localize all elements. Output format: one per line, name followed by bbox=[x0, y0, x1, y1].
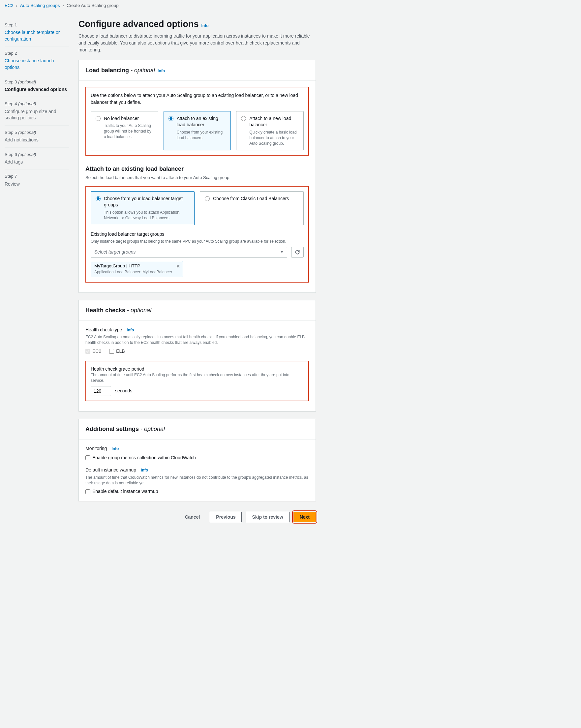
step-title[interactable]: Choose launch template or configuration bbox=[5, 29, 69, 42]
chevron-right-icon: › bbox=[63, 3, 64, 9]
step-label: Step 6 (optional) bbox=[5, 152, 69, 158]
tile-title: Choose from Classic Load Balancers bbox=[213, 196, 299, 202]
checkbox-metrics-input[interactable] bbox=[85, 455, 90, 460]
health-checks-panel: Health checks - optional Health check ty… bbox=[78, 300, 316, 412]
attach-title: Attach to an existing load balancer bbox=[85, 165, 309, 173]
attach-desc: Select the load balancers that you want … bbox=[85, 175, 309, 181]
token-sub: Application Load Balancer: MyLoadBalance… bbox=[94, 269, 172, 275]
checkbox-ec2-input bbox=[85, 349, 90, 354]
monitoring-label: Monitoring bbox=[85, 445, 107, 452]
lb-description: Use the options below to attach your Aut… bbox=[91, 92, 304, 106]
step-5: Step 5 (optional) Add notifications bbox=[5, 126, 69, 148]
token-title: MyTargetGroup | HTTP bbox=[94, 263, 172, 269]
close-icon: ✕ bbox=[176, 264, 180, 269]
tile-title: No load balancer bbox=[104, 115, 153, 122]
caret-down-icon: ▼ bbox=[280, 250, 284, 255]
tile-desc: Quickly create a basic load balancer to … bbox=[249, 130, 299, 146]
checkbox-elb[interactable]: ELB bbox=[109, 348, 125, 355]
radio-new-lb[interactable] bbox=[241, 116, 246, 121]
panel-title-text: Load balancing - optional bbox=[85, 66, 155, 75]
breadcrumb-asg[interactable]: Auto Scaling groups bbox=[20, 3, 60, 9]
previous-button[interactable]: Previous bbox=[210, 512, 242, 522]
breadcrumb: EC2 › Auto Scaling groups › Create Auto … bbox=[0, 0, 320, 11]
chevron-right-icon: › bbox=[16, 3, 18, 9]
step-label: Step 1 bbox=[5, 22, 69, 28]
token-remove-button[interactable]: ✕ bbox=[176, 264, 180, 269]
tile-classic-lb[interactable]: Choose from Classic Load Balancers bbox=[200, 191, 304, 225]
radio-no-lb[interactable] bbox=[96, 116, 101, 121]
tg-hint: Only instance target groups that belong … bbox=[91, 239, 304, 244]
tile-desc: Choose from your existing load balancers… bbox=[177, 130, 226, 141]
step-3: Step 3 (optional) Configure advanced opt… bbox=[5, 75, 69, 97]
checkbox-elb-input[interactable] bbox=[109, 349, 114, 354]
grace-period-hint: The amount of time until EC2 Auto Scalin… bbox=[91, 372, 304, 384]
skip-to-review-button[interactable]: Skip to review bbox=[246, 512, 289, 522]
tile-title: Attach to a new load balancer bbox=[249, 115, 299, 128]
info-link[interactable]: Info bbox=[202, 23, 209, 29]
step-title[interactable]: Choose instance launch options bbox=[5, 58, 69, 71]
tile-title: Attach to an existing load balancer bbox=[177, 115, 226, 128]
checkbox-warmup[interactable]: Enable default instance warmup bbox=[85, 488, 309, 495]
radio-existing-lb[interactable] bbox=[168, 116, 174, 121]
step-1[interactable]: Step 1 Choose launch template or configu… bbox=[5, 18, 69, 47]
breadcrumb-ec2[interactable]: EC2 bbox=[5, 3, 13, 9]
additional-settings-panel: Additional settings - optional Monitorin… bbox=[78, 419, 316, 501]
warmup-label: Default instance warmup bbox=[85, 467, 136, 473]
load-balancing-panel: Load balancing - optional Info Use the o… bbox=[78, 60, 316, 293]
panel-title: Health checks - optional bbox=[85, 306, 309, 315]
step-title: Configure group size and scaling policie… bbox=[5, 108, 69, 121]
info-link[interactable]: Info bbox=[141, 468, 148, 473]
checkbox-ec2: EC2 bbox=[85, 348, 101, 355]
seconds-label: seconds bbox=[115, 388, 132, 394]
step-4: Step 4 (optional) Configure group size a… bbox=[5, 97, 69, 125]
step-title: Add tags bbox=[5, 159, 69, 165]
page-title: Configure advanced options Info bbox=[78, 18, 316, 31]
checkbox-warmup-input[interactable] bbox=[85, 489, 90, 494]
step-2[interactable]: Step 2 Choose instance launch options bbox=[5, 47, 69, 75]
tile-existing-lb[interactable]: Attach to an existing load balancer Choo… bbox=[163, 111, 231, 151]
health-check-type-hint: EC2 Auto Scaling automatically replaces … bbox=[85, 334, 309, 345]
target-group-select[interactable]: Select target groups ▼ bbox=[91, 247, 287, 258]
tile-new-lb[interactable]: Attach to a new load balancer Quickly cr… bbox=[236, 111, 304, 151]
tg-label: Existing load balancer target groups bbox=[91, 231, 304, 238]
step-label: Step 7 bbox=[5, 174, 69, 179]
refresh-button[interactable] bbox=[291, 247, 304, 258]
checkbox-metrics[interactable]: Enable group metrics collection within C… bbox=[85, 455, 309, 461]
tile-target-groups[interactable]: Choose from your load balancer target gr… bbox=[91, 191, 194, 225]
select-placeholder: Select target groups bbox=[94, 249, 135, 256]
step-6: Step 6 (optional) Add tags bbox=[5, 148, 69, 170]
step-title: Review bbox=[5, 181, 69, 188]
tile-desc: This option allows you to attach Applica… bbox=[104, 210, 190, 221]
info-link[interactable]: Info bbox=[158, 68, 165, 74]
wizard-footer: Cancel Previous Skip to review Next bbox=[78, 509, 316, 529]
tile-desc: Traffic to your Auto Scaling group will … bbox=[104, 123, 153, 139]
target-group-token: MyTargetGroup | HTTP Application Load Ba… bbox=[91, 261, 183, 277]
step-label: Step 5 (optional) bbox=[5, 130, 69, 135]
tile-title: Choose from your load balancer target gr… bbox=[104, 196, 190, 208]
step-title: Add notifications bbox=[5, 137, 69, 144]
radio-target-groups[interactable] bbox=[96, 196, 101, 201]
wizard-steps: Step 1 Choose launch template or configu… bbox=[5, 18, 69, 529]
step-label: Step 3 (optional) bbox=[5, 79, 69, 85]
page-description: Choose a load balancer to distribute inc… bbox=[78, 33, 316, 53]
info-link[interactable]: Info bbox=[127, 328, 134, 333]
panel-title: Additional settings - optional bbox=[85, 425, 309, 433]
step-label: Step 4 (optional) bbox=[5, 101, 69, 107]
breadcrumb-current: Create Auto Scaling group bbox=[67, 3, 119, 9]
info-link[interactable]: Info bbox=[111, 446, 119, 452]
tile-no-load-balancer[interactable]: No load balancer Traffic to your Auto Sc… bbox=[91, 111, 158, 151]
health-check-type-label: Health check type bbox=[85, 327, 122, 333]
next-button[interactable]: Next bbox=[293, 512, 316, 522]
step-7: Step 7 Review bbox=[5, 170, 69, 191]
grace-period-input[interactable] bbox=[91, 386, 111, 396]
step-label: Step 2 bbox=[5, 50, 69, 56]
cancel-button[interactable]: Cancel bbox=[179, 512, 206, 522]
warmup-hint: The amount of time that CloudWatch metri… bbox=[85, 475, 309, 486]
step-title: Configure advanced options bbox=[5, 86, 69, 93]
refresh-icon bbox=[295, 250, 300, 255]
radio-classic-lb[interactable] bbox=[205, 196, 210, 201]
grace-period-label: Health check grace period bbox=[91, 366, 304, 372]
